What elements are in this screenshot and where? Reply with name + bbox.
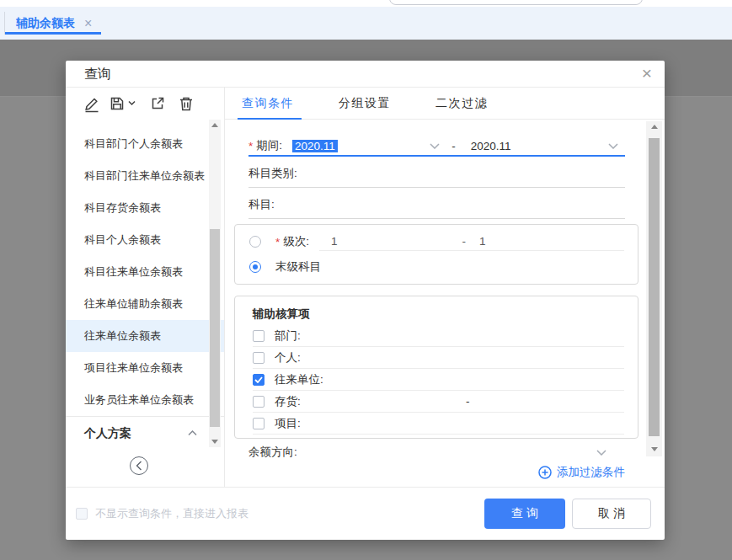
scroll-down-icon[interactable] <box>651 447 658 451</box>
chevron-down-icon <box>608 143 618 149</box>
level-separator: - <box>462 235 467 248</box>
balance-direction-select[interactable]: 余额方向: <box>248 442 625 462</box>
chevron-up-icon[interactable] <box>188 430 197 436</box>
aux-row-counterparty: 往来单位: <box>253 369 624 391</box>
aux-row-person: 个人: <box>253 347 624 369</box>
leaf-subject-radio[interactable] <box>249 261 261 273</box>
scheme-list-scrollbar[interactable] <box>209 120 221 447</box>
level-row: * 级次: 1 - 1 <box>249 232 638 251</box>
subject-category-field[interactable]: 科目类别: <box>248 157 625 188</box>
skip-conditions-option[interactable]: 不显示查询条件，直接进入报表 <box>76 506 248 521</box>
add-filter-label: 添加过滤条件 <box>557 465 625 480</box>
skip-conditions-label: 不显示查询条件，直接进入报表 <box>95 506 248 521</box>
period-to-select[interactable]: 2020.11 <box>461 140 625 152</box>
tab-group-settings[interactable]: 分组设置 <box>339 96 391 111</box>
edit-icon[interactable] <box>83 94 100 113</box>
period-field-row: * 期间: 2020.11 - 2020.11 <box>248 136 625 157</box>
query-button[interactable]: 查 询 <box>484 499 565 529</box>
scheme-list: 科目部门个人余额表 科目部门往来单位余额表 科目存货余额表 科目个人余额表 科目… <box>66 119 224 416</box>
level-radio[interactable] <box>249 236 261 248</box>
scheme-item[interactable]: 业务员往来单位余额表 <box>66 384 224 416</box>
chevron-down-icon <box>596 450 606 456</box>
dialog-header: 查询 × <box>66 61 665 88</box>
tab-query-conditions[interactable]: 查询条件 <box>242 96 294 111</box>
counterparty-checkbox[interactable] <box>253 374 264 386</box>
aux-row-label: 往来单位: <box>275 372 323 387</box>
aux-row-value: - <box>466 395 470 408</box>
scheme-item[interactable]: 科目部门个人余额表 <box>66 128 224 160</box>
scheme-item[interactable]: 科目往来单位余额表 <box>66 256 224 288</box>
aux-row-label: 存货: <box>275 394 301 409</box>
personal-scheme-section[interactable]: 个人方案 <box>66 416 224 450</box>
aux-row-label: 部门: <box>275 328 301 344</box>
department-checkbox[interactable] <box>253 330 264 342</box>
period-to-value: 2020.11 <box>471 140 511 152</box>
dialog-tabs: 查询条件 分组设置 二次过滤 <box>225 88 665 120</box>
scheme-item-selected[interactable]: 往来单位余额表 <box>66 320 224 352</box>
scroll-down-icon[interactable] <box>211 440 218 444</box>
inventory-checkbox[interactable] <box>253 396 264 408</box>
balance-direction-label: 余额方向: <box>248 445 297 460</box>
scrollbar-thumb[interactable] <box>210 229 220 427</box>
level-options-box: * 级次: 1 - 1 末级科目 <box>234 224 638 285</box>
period-from-value: 2020.11 <box>292 140 338 152</box>
tab-secondary-filter[interactable]: 二次过滤 <box>435 96 488 111</box>
active-tab-underline <box>5 32 101 35</box>
chevron-down-icon <box>430 143 440 149</box>
add-filter-link[interactable]: 添加过滤条件 <box>248 462 625 483</box>
required-mark: * <box>248 140 253 152</box>
scroll-up-icon[interactable] <box>651 125 658 129</box>
dialog-footer: 不显示查询条件，直接进入报表 查 询 取 消 <box>66 487 665 540</box>
search-box-remnant[interactable] <box>389 0 643 5</box>
plus-circle-icon <box>538 466 552 479</box>
leaf-subject-row: 末级科目 <box>249 258 638 276</box>
scheme-item[interactable]: 科目存货余额表 <box>66 192 224 224</box>
aux-row-label: 项目: <box>275 416 301 431</box>
scheme-toolbar <box>66 88 224 119</box>
tab-auxiliary-balance[interactable]: 辅助余额表 × <box>13 7 95 40</box>
skip-conditions-checkbox[interactable] <box>76 508 88 520</box>
workspace-tab-bar: 辅助余额表 × <box>0 7 732 40</box>
level-range-field[interactable]: 1 - 1 <box>319 232 624 251</box>
collapse-panel-icon[interactable] <box>130 456 148 475</box>
level-label: 级次: <box>283 234 309 249</box>
scheme-item[interactable]: 科目个人余额表 <box>66 224 224 256</box>
cancel-button[interactable]: 取 消 <box>572 499 651 529</box>
leaf-subject-label: 末级科目 <box>275 259 321 275</box>
query-dialog: 查询 × <box>66 61 665 540</box>
period-from-select[interactable]: 2020.11 <box>282 140 446 152</box>
form-scrollbar[interactable] <box>646 121 662 456</box>
subject-field[interactable]: 科目: <box>248 188 625 219</box>
project-checkbox[interactable] <box>253 418 264 429</box>
scheme-item[interactable]: 科目部门往来单位余额表 <box>66 160 224 192</box>
personal-scheme-label: 个人方案 <box>84 426 131 441</box>
dialog-title: 查询 <box>84 66 111 83</box>
person-checkbox[interactable] <box>253 352 264 364</box>
aux-row-inventory: 存货: - <box>253 391 624 413</box>
subject-category-label: 科目类别: <box>248 166 297 181</box>
tab-label: 辅助余额表 <box>16 16 75 31</box>
level-from-value: 1 <box>331 235 338 248</box>
scheme-item[interactable]: 项目往来单位余额表 <box>66 352 224 384</box>
save-icon[interactable] <box>109 95 136 112</box>
subject-label: 科目: <box>248 197 275 212</box>
scheme-item[interactable]: 往来单位辅助余额表 <box>66 288 224 320</box>
tab-bar-divider <box>4 12 5 35</box>
export-icon[interactable] <box>149 95 166 112</box>
period-label: 期间: <box>256 138 282 153</box>
aux-box-title: 辅助核算项 <box>253 303 624 325</box>
scroll-up-icon[interactable] <box>211 123 218 127</box>
scrollbar-thumb[interactable] <box>649 138 660 436</box>
aux-row-label: 个人: <box>275 350 301 365</box>
aux-accounting-box: 辅助核算项 部门: 个人: 往来 <box>234 296 638 439</box>
aux-row-project: 项目: <box>253 413 624 435</box>
dialog-close-icon[interactable]: × <box>642 62 652 84</box>
level-to-value: 1 <box>479 235 486 248</box>
aux-row-department: 部门: <box>253 325 624 347</box>
scheme-panel: 科目部门个人余额表 科目部门往来单位余额表 科目存货余额表 科目个人余额表 科目… <box>66 88 225 487</box>
tab-close-icon[interactable]: × <box>84 16 92 31</box>
delete-icon[interactable] <box>178 95 195 112</box>
query-form: * 期间: 2020.11 - 2020.11 科目类别: <box>225 120 665 487</box>
query-panel: 查询条件 分组设置 二次过滤 * 期间: 2020.11 - 2020.11 <box>225 88 665 487</box>
required-mark: * <box>275 236 280 248</box>
